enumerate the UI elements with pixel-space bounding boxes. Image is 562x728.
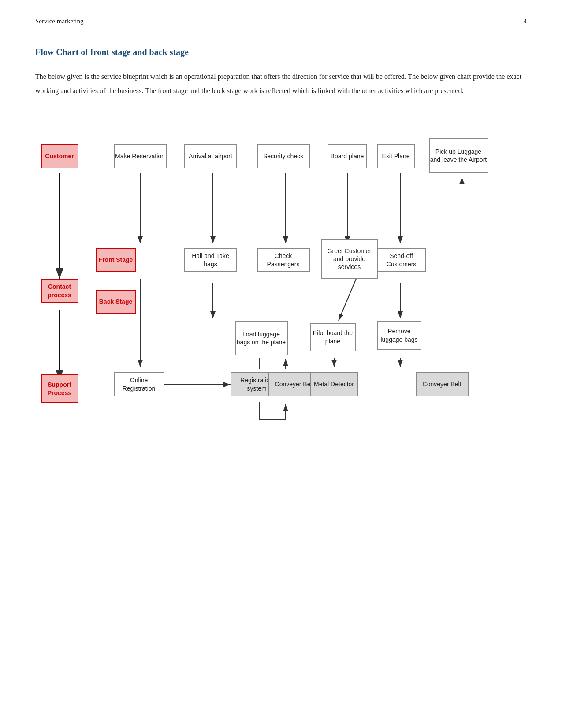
section-title: Flow Chart of front stage and back stage xyxy=(35,47,527,57)
body-text: The below given is the service blueprint… xyxy=(35,70,527,98)
pilot-board-box: Pilot board the plane xyxy=(310,323,356,351)
customer-box: Customer xyxy=(41,144,78,168)
greet-customer-box: Greet Customer and provide services xyxy=(321,239,378,279)
chart-area: Customer Make Reservation Arrival at air… xyxy=(39,120,524,464)
header-right: 4 xyxy=(524,18,527,25)
header-left: Service marketing xyxy=(35,18,84,25)
support-process-box: Support Process xyxy=(41,374,78,403)
back-stage-box: Back Stage xyxy=(96,290,136,314)
arrival-airport-box: Arrival at airport xyxy=(184,144,237,168)
remove-luggage-box: Remove luggage bags xyxy=(377,321,421,350)
online-registration-box: Online Registration xyxy=(114,372,164,396)
svg-line-14 xyxy=(339,279,356,321)
contact-process-box: Contact process xyxy=(41,279,78,303)
make-reservation-box: Make Reservation xyxy=(114,144,167,168)
conveyer-belt-2-box: Conveyer Belt xyxy=(416,372,469,396)
board-plane-box: Board plane xyxy=(328,144,367,168)
front-stage-box: Front Stage xyxy=(96,248,136,272)
sendoff-customers-box: Send-off Customers xyxy=(377,248,426,272)
page-header: Service marketing 4 xyxy=(35,18,527,25)
hail-take-bags-box: Hail and Take bags xyxy=(184,248,237,272)
pickup-luggage-box: Pick up Luggage and leave the Airport xyxy=(429,138,488,173)
security-check-box: Security check xyxy=(257,144,310,168)
load-luggage-box: Load luggage bags on the plane xyxy=(235,321,288,355)
check-passengers-box: Check Passengers xyxy=(257,248,310,272)
metal-detector-box: Metal Detector xyxy=(310,372,358,396)
exit-plane-box: Exit Plane xyxy=(377,144,415,168)
